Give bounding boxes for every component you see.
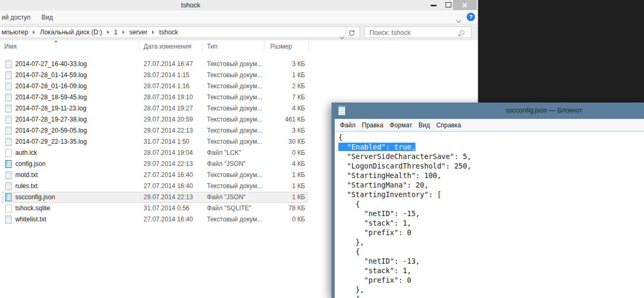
menu-item[interactable]: Вид — [415, 122, 433, 129]
notepad-menubar: Файл Правка Формат Вид Справка — [335, 119, 644, 131]
table-row[interactable]: sscconfig.json 29.07.2014 22:13 Файл "JS… — [2, 192, 308, 203]
breadcrumb-item[interactable]: 1 — [114, 29, 129, 36]
column-separator[interactable] — [264, 41, 264, 52]
file-size: 1 КБ — [242, 192, 305, 203]
code-line: "StartingHealth": 100, — [338, 171, 644, 180]
table-row[interactable]: 2014-07-27_16-40-33.log 27.07.2014 16:47… — [2, 59, 308, 70]
column-separator[interactable] — [308, 41, 309, 52]
search-input[interactable] — [365, 27, 466, 39]
file-date: 31.07.2014 0:56 — [144, 203, 190, 214]
file-icon — [5, 105, 12, 113]
column-separator[interactable] — [139, 41, 139, 52]
ribbon-expand-chevron-icon[interactable] — [457, 15, 460, 24]
minimize-icon[interactable] — [431, 5, 437, 6]
breadcrumb-arrow-icon — [107, 30, 109, 34]
file-date: 28.07.2014 19:04 — [144, 147, 193, 159]
file-size: 0 КБ — [242, 147, 305, 159]
search-box — [364, 26, 471, 38]
file-icon — [5, 138, 12, 146]
explorer-titlebar[interactable]: tshock — [0, 0, 478, 11]
address-dropdown-chevron[interactable] — [340, 31, 344, 41]
table-row[interactable]: auth.lck 28.07.2014 19:04 Файл "LCK" 0 К… — [2, 147, 308, 159]
column-separator[interactable] — [202, 41, 203, 52]
file-date: 28.07.2014 19:27 — [144, 103, 193, 114]
table-row[interactable]: whitelist.txt 27.07.2014 16:40 Текстовый… — [2, 214, 308, 225]
divider — [346, 27, 346, 38]
code-line: }, — [338, 237, 644, 247]
close-button[interactable] — [453, 0, 477, 10]
breadcrumb-item[interactable]: tshock — [159, 29, 178, 36]
file-icon — [5, 127, 12, 135]
maximize-icon[interactable] — [446, 2, 451, 7]
table-row[interactable]: config.json 29.07.2014 22:13 Файл "JSON"… — [2, 159, 308, 170]
notepad-window: sscconfig.json — Блокнот Файл Правка Фор… — [332, 103, 644, 298]
column-header-size[interactable]: Размер — [270, 43, 292, 50]
menu-item[interactable]: Формат — [386, 122, 415, 129]
table-row[interactable]: tshock.sqlite 31.07.2014 0:56 Файл "SQLI… — [2, 203, 308, 214]
code-line: "StartingInventory": [ — [338, 190, 644, 199]
refresh-icon — [348, 30, 355, 36]
table-row[interactable]: 2014-07-28_18-59-45.log 28.07.2014 19:10… — [2, 92, 308, 103]
file-icon — [5, 149, 12, 157]
file-name: 2014-07-29_22-13-35.log — [15, 136, 134, 147]
table-row[interactable]: 2014-07-28_01-16-09.log 28.07.2014 1:16 … — [2, 81, 308, 92]
table-row[interactable]: 2014-07-29_22-13-35.log 31.07.2014 1:50 … — [2, 136, 308, 147]
file-date: 27.07.2014 16:40 — [144, 181, 193, 192]
table-row[interactable]: 2014-07-28_19-27-38.log 29.07.2014 20:59… — [2, 114, 308, 125]
table-row[interactable]: 2014-07-28_01-14-59.log 28.07.2014 1:15 … — [2, 70, 308, 81]
file-size: 30 КБ — [242, 136, 305, 147]
ribbon-bar: ий доступ Вид ? — [0, 11, 478, 24]
menu-item[interactable]: Справка — [433, 122, 464, 129]
notepad-titlebar[interactable]: sscconfig.json — Блокнот — [332, 103, 644, 119]
file-size: 461 КБ — [242, 114, 305, 125]
help-button[interactable]: ? — [467, 13, 475, 21]
code-line: "stack": 1, — [338, 218, 644, 228]
chevron-down-icon — [457, 18, 461, 23]
breadcrumb-item[interactable]: мпьютер — [2, 29, 40, 36]
file-name: 2014-07-28_19-11-23.log — [15, 103, 134, 114]
code-line: "Enabled": true, — [338, 142, 644, 152]
ribbon-tab[interactable]: ий доступ — [2, 14, 31, 21]
table-row[interactable]: 2014-07-29_20-59-05.log 29.07.2014 22:13… — [2, 125, 308, 136]
file-icon — [5, 71, 12, 79]
column-header-date[interactable]: Дата изменения — [144, 43, 191, 50]
file-name: rules.txt — [15, 181, 134, 192]
file-name: 2014-07-27_16-40-33.log — [15, 59, 134, 70]
code-line: { — [338, 133, 644, 142]
table-row[interactable]: rules.txt 27.07.2014 16:40 Текстовый док… — [2, 181, 308, 192]
notepad-window-title: sscconfig.json — Блокнот — [506, 107, 582, 114]
file-name: 2014-07-28_18-59-45.log — [15, 92, 134, 103]
file-size: 4 КБ — [242, 159, 305, 170]
file-date: 29.07.2014 22:13 — [144, 192, 193, 203]
ribbon-tab[interactable]: Вид — [42, 14, 53, 21]
menu-item[interactable]: Правка — [359, 122, 387, 129]
breadcrumb-item[interactable]: Локальный диск (D:) — [40, 29, 113, 36]
file-icon — [5, 94, 12, 101]
ribbon-tabs: ий доступ Вид — [2, 14, 64, 21]
file-date: 31.07.2014 1:50 — [144, 136, 190, 147]
file-size: 0 КБ — [242, 214, 305, 225]
file-date: 29.07.2014 22:13 — [144, 125, 193, 136]
table-row[interactable]: motd.txt 27.07.2014 16:40 Текстовый доку… — [2, 170, 308, 181]
file-list: 2014-07-27_16-40-33.log 27.07.2014 16:47… — [2, 59, 308, 225]
column-headers: Имя Дата изменения Тип Размер — [0, 40, 478, 53]
menu-item[interactable]: Файл — [337, 122, 359, 129]
file-name: 2014-07-28_01-16-09.log — [15, 81, 134, 92]
file-name: whitelist.txt — [15, 214, 134, 225]
file-name: auth.lck — [15, 147, 134, 159]
file-icon — [5, 82, 12, 90]
file-size: 3 КБ — [242, 125, 305, 136]
file-icon — [5, 204, 12, 212]
background-app-window[interactable] — [478, 0, 644, 104]
breadcrumb-item[interactable]: server — [129, 29, 159, 36]
table-row[interactable]: 2014-07-28_19-11-23.log 28.07.2014 19:27… — [2, 103, 308, 114]
file-date: 29.07.2014 22:13 — [144, 159, 193, 170]
notepad-text-area[interactable]: { "Enabled": true, "ServerSideCharacterS… — [335, 132, 644, 298]
file-icon — [5, 182, 12, 190]
sort-ascending-icon — [54, 40, 58, 42]
refresh-button[interactable] — [348, 29, 355, 36]
column-header-name[interactable]: Имя — [4, 43, 16, 50]
column-header-type[interactable]: Тип — [207, 43, 217, 50]
address-bar[interactable]: мпьютер Локальный диск (D:) 1 server tsh… — [0, 26, 360, 38]
code-line: }, — [338, 285, 644, 294]
